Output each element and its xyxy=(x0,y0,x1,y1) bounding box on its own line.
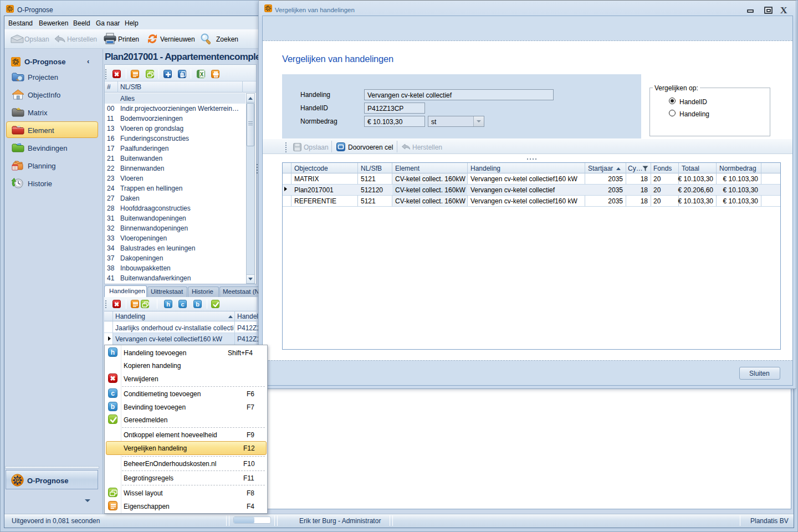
svg-text:X: X xyxy=(200,71,204,78)
svg-text:P: P xyxy=(16,477,19,483)
